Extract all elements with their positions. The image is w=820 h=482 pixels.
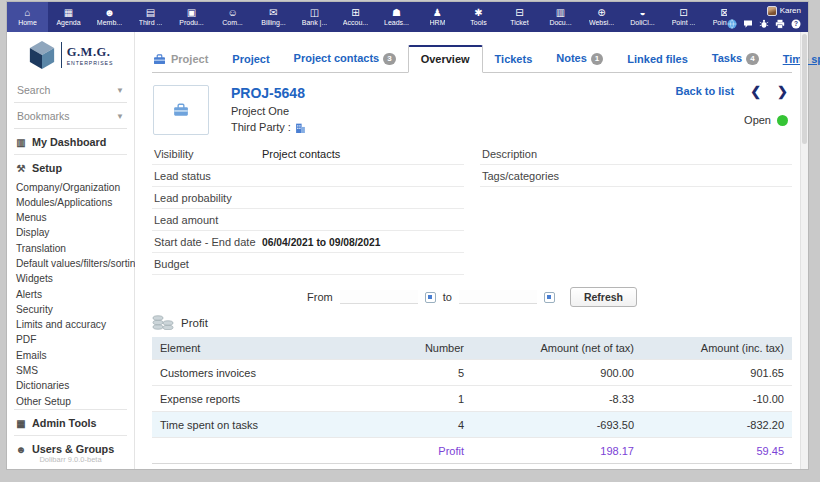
nav-item-dolicl[interactable]: ◒DoliCl... (622, 2, 663, 32)
tab-badge: 1 (591, 53, 603, 65)
print-icon[interactable] (775, 19, 785, 29)
project-photo-box (153, 85, 209, 135)
sidebar-item-translation[interactable]: Translation (7, 241, 134, 256)
nav-item-hrm[interactable]: ♟HRM (417, 2, 458, 32)
nav-item-point-of-sale-2[interactable]: ⊠Point ... (704, 2, 727, 32)
tab-tasks[interactable]: Tasks4 (700, 46, 771, 72)
date-from-input[interactable] (340, 290, 418, 304)
profit-table: Element Number Amount (net of tax) Amoun… (152, 337, 792, 464)
module-title-label: Project (171, 53, 208, 65)
module-accounting-icon: ⊞ (351, 8, 359, 18)
nav-item-agenda[interactable]: ▦Agenda (48, 2, 89, 32)
admin-tools-icon: ▦ (15, 418, 27, 429)
sidebar-item-limits-accuracy[interactable]: Limits and accuracy (7, 318, 134, 333)
bookmarks-dropdown[interactable]: Bookmarks ▼ (14, 103, 127, 129)
module-third-parties-icon: ▤ (146, 8, 155, 18)
nav-item-products[interactable]: ▣Produ... (171, 2, 212, 32)
from-label: From (307, 291, 333, 303)
sidebar-item-modules-applications[interactable]: Modules/Applications (7, 195, 134, 210)
sidebar-item-default-values[interactable]: Default values/filters/sorting (7, 256, 134, 271)
sidebar-item-other-setup[interactable]: Other Setup (7, 394, 134, 409)
sidebar-item-menus[interactable]: Menus (7, 211, 134, 226)
calendar-icon[interactable] (544, 292, 555, 303)
tab-overview[interactable]: Overview (408, 45, 483, 73)
row-amount-inc: -832.20 (642, 412, 792, 438)
sidebar-item-sms[interactable]: SMS (7, 363, 134, 378)
nav-label: Tools (470, 19, 486, 27)
field-label: Lead probability (154, 192, 262, 204)
nav-item-members[interactable]: ☻Memb... (89, 2, 130, 32)
to-label: to (443, 291, 452, 303)
bug-report-icon[interactable] (759, 19, 769, 29)
row-element-empty (152, 438, 380, 464)
nav-item-accounting[interactable]: ⊞Accou... (335, 2, 376, 32)
tab-project[interactable]: Project (220, 47, 281, 72)
sidebar-item-display[interactable]: Display (7, 226, 134, 241)
tab-label: Overview (421, 53, 470, 65)
tab-notes[interactable]: Notes1 (544, 46, 615, 72)
company-name: G.M.G. (67, 45, 114, 60)
tab-linked-files[interactable]: Linked files (615, 47, 700, 72)
sidebar-item-pdf[interactable]: PDF (7, 333, 134, 348)
profit-table-header: Element Number Amount (net of tax) Amoun… (152, 337, 792, 360)
total-amount-net: 198.17 (472, 438, 642, 464)
nav-item-third-parties[interactable]: ▤Third ... (130, 2, 171, 32)
scrollbar-thumb[interactable] (802, 34, 807, 144)
tab-project-contacts[interactable]: Project contacts3 (282, 46, 408, 72)
refresh-button[interactable]: Refresh (570, 287, 637, 307)
status-label: Open (744, 114, 771, 126)
previous-record-arrow[interactable]: ❮ (750, 86, 761, 97)
module-title: Project (152, 48, 220, 72)
sidebar-item-dictionaries[interactable]: Dictionaries (7, 379, 134, 394)
table-row-time-spent: Time spent on tasks 4 -693.50 -832.20 (152, 412, 792, 438)
nav-item-ticket[interactable]: ⊟Ticket (499, 2, 540, 32)
sidebar-item-security[interactable]: Security (7, 302, 134, 317)
search-dropdown[interactable]: Search ▼ (14, 77, 127, 103)
field-label: Tags/categories (482, 170, 590, 182)
sidebar-section-my-dashboard[interactable]: ▥ My Dashboard (7, 129, 134, 154)
next-record-arrow[interactable]: ❯ (777, 86, 788, 97)
back-to-list-link[interactable]: Back to list (676, 85, 735, 97)
chevron-down-icon: ▼ (116, 112, 124, 121)
table-row-customers-invoices: Customers invoices 5 900.00 901.65 (152, 360, 792, 386)
nav-item-leads[interactable]: ☗Leads... (376, 2, 417, 32)
vertical-scrollbar[interactable] (800, 32, 808, 469)
tab-time-spent[interactable]: Time spent (771, 47, 820, 72)
nav-item-documents[interactable]: ▥Docu... (540, 2, 581, 32)
user-menu[interactable]: Karen (767, 6, 801, 16)
sidebar-item-company-organization[interactable]: Company/Organization (7, 180, 134, 195)
tab-label: Project contacts (294, 52, 380, 64)
nav-item-point-of-sale[interactable]: ⊡Point ... (663, 2, 704, 32)
sidebar-item-widgets[interactable]: Widgets (7, 272, 134, 287)
nav-label: Leads... (384, 19, 409, 27)
calendar-icon[interactable] (425, 292, 436, 303)
dashboard-chart-icon: ▥ (15, 137, 27, 148)
project-fields: VisibilityProject contacts Lead status L… (152, 143, 792, 275)
dolibarr-version: Dolibarr 9.0.0-beta (7, 455, 134, 464)
date-to-input[interactable] (459, 290, 537, 304)
users-group-icon: ☻ (15, 444, 27, 455)
company-subtitle: ENTERPRISES (67, 60, 114, 66)
tab-label: Project (232, 53, 269, 65)
sidebar-section-setup[interactable]: ⚒ Setup (7, 155, 134, 180)
nav-item-billing[interactable]: ✉Billing... (253, 2, 294, 32)
module-home-icon: ⌂ (24, 8, 30, 18)
help-icon[interactable]: ? (791, 19, 801, 29)
nav-label: Billing... (261, 19, 286, 27)
bookmarks-dropdown-label: Bookmarks (17, 110, 70, 122)
nav-item-bank[interactable]: ◫Bank |... (294, 2, 335, 32)
sidebar-section-admin-tools[interactable]: ▦ Admin Tools (7, 410, 134, 435)
nav-item-home[interactable]: ⌂Home (7, 2, 48, 32)
chat-bubble-icon[interactable] (743, 19, 753, 29)
sidebar-item-emails[interactable]: Emails (7, 348, 134, 363)
nav-item-website[interactable]: ⊕Websi... (581, 2, 622, 32)
sidebar-item-alerts[interactable]: Alerts (7, 287, 134, 302)
tab-tickets[interactable]: Tickets (483, 47, 545, 72)
nav-item-commercial[interactable]: ☺Com... (212, 2, 253, 32)
field-lead-status: Lead status (152, 165, 464, 187)
virtual-card-globe-icon[interactable] (727, 19, 737, 29)
nav-item-tools[interactable]: ✱Tools (458, 2, 499, 32)
company-logo[interactable]: G.M.G. ENTERPRISES (7, 32, 134, 77)
thirdparty-building-icon[interactable] (295, 122, 306, 133)
field-value: 06/04/2021 to 09/08/2021 (262, 237, 381, 248)
